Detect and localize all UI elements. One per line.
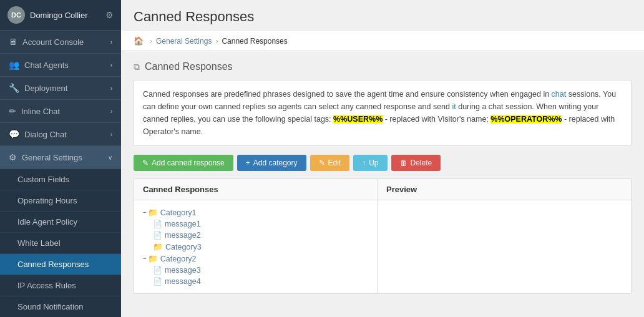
breadcrumb: 🏠 › General Settings › Canned Responses xyxy=(121,31,644,51)
home-icon[interactable]: 🏠 xyxy=(134,36,144,46)
edit-icon: ✎ xyxy=(319,158,325,167)
tree-item-category2[interactable]: Category2 xyxy=(160,255,197,263)
tree-row: 📄 message3 xyxy=(153,265,368,276)
desc-highlight-chat: chat xyxy=(552,90,567,99)
breadcrumb-sep-1: › xyxy=(150,37,152,46)
sidebar-item-general-settings[interactable]: ⚙ General Settings ∨ xyxy=(0,146,121,169)
desc-text-4: - replaced with Visitor's name; xyxy=(383,115,490,124)
breadcrumb-canned-responses: Canned Responses xyxy=(222,37,287,46)
sidebar-subitem-operating-hours[interactable]: Operating Hours xyxy=(0,190,121,212)
tree-item-message3[interactable]: message3 xyxy=(165,266,201,275)
sidebar-item-dialog-chat[interactable]: 💬 Dialog Chat › xyxy=(0,123,121,146)
tree-row: 📄 message1 xyxy=(153,218,368,230)
preview-area xyxy=(378,200,631,293)
deployment-icon: 🔧 xyxy=(9,83,19,93)
section-header: ⧉ Canned Responses xyxy=(134,61,632,72)
tree-item-category1[interactable]: Category1 xyxy=(160,208,197,217)
file-icon: 📄 xyxy=(153,266,162,275)
add-canned-response-button[interactable]: ✎ Add canned response xyxy=(134,155,233,171)
plus-icon: + xyxy=(246,158,250,167)
breadcrumb-general-settings[interactable]: General Settings xyxy=(156,37,212,46)
copy-icon: ⧉ xyxy=(134,62,140,72)
gear-icon[interactable]: ⚙ xyxy=(105,10,114,20)
tree-toggle-icon[interactable]: − xyxy=(143,209,147,216)
folder-icon: 📁 xyxy=(148,208,158,217)
sidebar-subitem-canned-responses[interactable]: Canned Responses xyxy=(0,254,121,275)
add-category-button[interactable]: + Add category xyxy=(237,155,306,171)
username-label: Domingo Collier xyxy=(30,11,105,20)
inline-chat-icon: ✏ xyxy=(9,106,16,116)
sidebar: DC Domingo Collier ⚙ 🖥 Account Console ›… xyxy=(0,0,121,317)
sidebar-item-account-console[interactable]: 🖥 Account Console › xyxy=(0,31,121,54)
breadcrumb-sep-2: › xyxy=(215,37,218,46)
chevron-down-icon: ∨ xyxy=(108,154,112,161)
tree-row: − 📁 Category2 xyxy=(143,253,368,265)
file-icon: 📄 xyxy=(153,231,162,240)
desc-tag1: %%USER%% xyxy=(333,115,383,124)
sidebar-subitem-ip-access-rules[interactable]: IP Access Rules xyxy=(0,275,121,296)
canned-responses-table: Canned Responses Preview − 📁 Category1 xyxy=(134,178,632,294)
tree-row: 📁 Category3 xyxy=(153,241,368,253)
description-box: Canned responses are predefined phrases … xyxy=(134,80,632,146)
dialog-chat-icon: 💬 xyxy=(9,129,19,139)
chevron-right-icon: › xyxy=(110,62,112,69)
sidebar-item-chat-agents[interactable]: 👥 Chat Agents › xyxy=(0,54,121,77)
sidebar-item-deployment[interactable]: 🔧 Deployment › xyxy=(0,77,121,100)
sidebar-subitem-white-label[interactable]: White Label xyxy=(0,233,121,254)
tree-row: 📄 message4 xyxy=(153,276,368,287)
sidebar-subitem-sound-notification[interactable]: Sound Notification xyxy=(0,296,121,317)
sidebar-subitem-idle-agent-policy[interactable]: Idle Agent Policy xyxy=(0,212,121,233)
file-icon: 📄 xyxy=(153,277,162,286)
section-title: Canned Responses xyxy=(145,61,233,72)
folder-icon: 📁 xyxy=(148,254,158,263)
main-content: Canned Responses 🏠 › General Settings › … xyxy=(121,0,644,317)
tree-area: − 📁 Category1 📄 message1 📄 message2 xyxy=(134,200,377,293)
up-icon: ↑ xyxy=(362,158,366,167)
account-console-icon: 🖥 xyxy=(9,37,17,47)
tree-item-message4[interactable]: message4 xyxy=(165,277,201,286)
toolbar: ✎ Add canned response + Add category ✎ E… xyxy=(134,155,632,171)
sidebar-subitem-custom-fields[interactable]: Custom Fields xyxy=(0,169,121,190)
general-settings-submenu: Custom Fields Operating Hours Idle Agent… xyxy=(0,169,121,317)
chevron-right-icon: › xyxy=(110,39,112,46)
sidebar-item-inline-chat[interactable]: ✏ Inline Chat › xyxy=(0,100,121,123)
desc-tag2: %%OPERATOR%% xyxy=(490,115,562,124)
chat-agents-icon: 👥 xyxy=(9,60,19,70)
avatar: DC xyxy=(7,6,25,24)
content-area: ⧉ Canned Responses Canned responses are … xyxy=(121,51,644,317)
desc-text-1: Canned responses are predefined phrases … xyxy=(143,90,552,99)
edit-button[interactable]: ✎ Edit xyxy=(310,155,350,171)
file-icon: 📄 xyxy=(153,220,162,228)
folder-icon: 📁 xyxy=(153,242,163,251)
delete-button[interactable]: 🗑 Delete xyxy=(391,155,441,171)
tree-item-category3[interactable]: Category3 xyxy=(165,243,202,251)
col-header-canned-responses: Canned Responses xyxy=(134,179,378,200)
tree-toggle-icon[interactable]: − xyxy=(143,255,147,262)
tree-row: − 📁 Category1 xyxy=(143,207,368,218)
sidebar-user: DC Domingo Collier ⚙ xyxy=(0,0,121,31)
general-settings-icon: ⚙ xyxy=(9,152,17,162)
col-header-preview: Preview xyxy=(378,179,631,200)
chevron-right-icon: › xyxy=(110,85,112,92)
tree-item-message1[interactable]: message1 xyxy=(165,220,201,228)
page-title: Canned Responses xyxy=(121,0,644,31)
tree-row: 📄 message2 xyxy=(153,230,368,241)
chevron-right-icon: › xyxy=(110,108,112,115)
pencil-icon: ✎ xyxy=(142,158,149,167)
trash-icon: 🗑 xyxy=(400,158,407,167)
chevron-right-icon: › xyxy=(110,131,112,138)
up-button[interactable]: ↑ Up xyxy=(353,155,387,171)
table-header: Canned Responses Preview xyxy=(134,179,631,200)
tree-item-message2[interactable]: message2 xyxy=(165,231,201,240)
